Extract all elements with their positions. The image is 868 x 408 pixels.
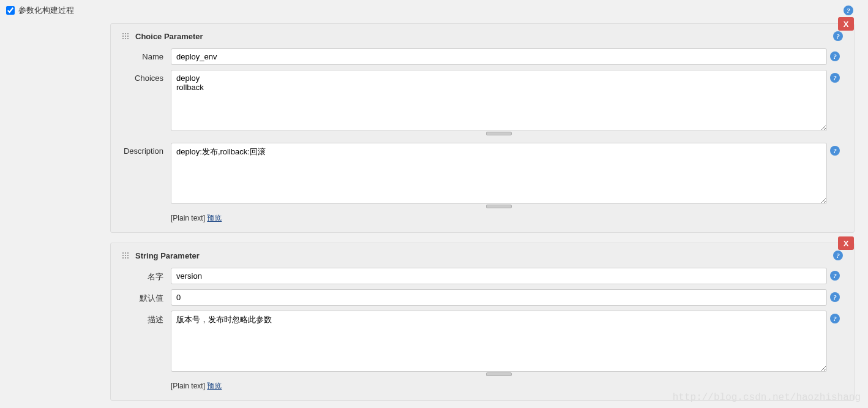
help-icon[interactable]: ? xyxy=(844,6,853,15)
resize-handle-icon[interactable] xyxy=(171,205,827,211)
name-input[interactable] xyxy=(171,48,827,65)
description-textarea[interactable] xyxy=(171,311,827,372)
name-label: 名字 xyxy=(122,268,171,282)
help-icon[interactable]: ? xyxy=(830,271,840,281)
parameterized-build-label: 参数化构建过程 xyxy=(18,5,74,16)
plain-text-label: [Plain text] xyxy=(171,382,207,390)
help-icon[interactable]: ? xyxy=(830,51,840,61)
name-label: Name xyxy=(122,48,171,61)
description-textarea[interactable] xyxy=(171,143,827,204)
choices-label: Choices xyxy=(122,70,171,83)
top-option-row: 参数化构建过程 ? xyxy=(0,0,868,21)
default-input[interactable] xyxy=(171,289,827,306)
help-icon[interactable]: ? xyxy=(830,73,840,83)
description-label: Description xyxy=(122,143,171,156)
choice-parameter-panel: X Choice Parameter ? Name ? Choices xyxy=(110,23,855,233)
help-icon[interactable]: ? xyxy=(830,292,840,302)
default-label: 默认值 xyxy=(122,289,171,304)
panel-title: String Parameter xyxy=(135,251,200,260)
choices-textarea[interactable] xyxy=(171,70,827,131)
parameterized-build-checkbox[interactable] xyxy=(6,6,15,15)
parameterized-build-checkbox-label[interactable]: 参数化构建过程 xyxy=(6,5,74,16)
help-icon[interactable]: ? xyxy=(830,314,840,323)
string-parameter-panel: X String Parameter ? 名字 ? 默认值 xyxy=(110,243,855,401)
help-icon[interactable]: ? xyxy=(830,146,840,156)
help-icon[interactable]: ? xyxy=(833,31,843,41)
panel-title: Choice Parameter xyxy=(135,32,203,41)
preview-link[interactable]: 预览 xyxy=(207,382,222,390)
description-label: 描述 xyxy=(122,311,171,325)
delete-button[interactable]: X xyxy=(838,17,854,31)
resize-handle-icon[interactable] xyxy=(171,372,827,379)
drag-handle-icon[interactable] xyxy=(122,252,129,259)
delete-button[interactable]: X xyxy=(838,236,854,250)
drag-handle-icon[interactable] xyxy=(122,32,129,40)
help-icon[interactable]: ? xyxy=(833,251,843,260)
plain-text-label: [Plain text] xyxy=(171,214,207,222)
preview-link[interactable]: 预览 xyxy=(207,214,222,222)
name-input[interactable] xyxy=(171,268,827,284)
resize-handle-icon[interactable] xyxy=(171,132,827,138)
